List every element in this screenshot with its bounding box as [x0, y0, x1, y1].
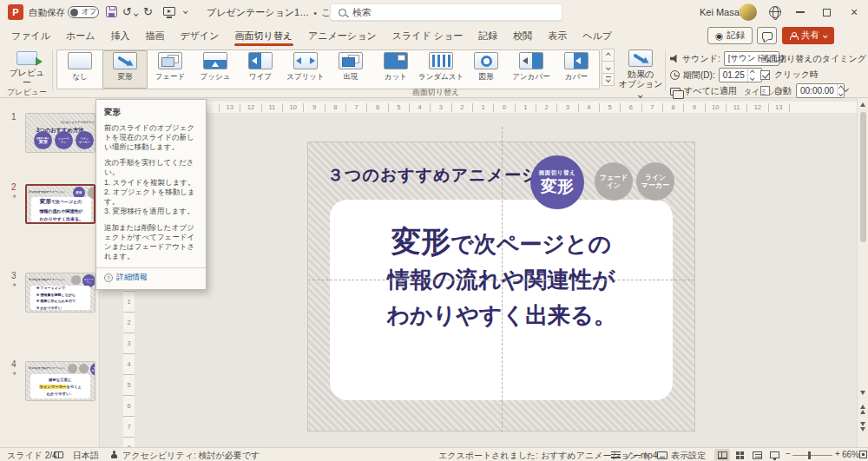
slide-thumbnail-4[interactable]: 3つのおすすめアニメーション ライン マーカー 重要な言葉に ラインマーカーを引…: [25, 361, 95, 401]
ribbon-tab[interactable]: ヘルプ: [575, 24, 620, 47]
fadein-badge-circle[interactable]: フェード イン: [595, 162, 633, 201]
transition-item[interactable]: カット: [373, 50, 418, 89]
transition-item[interactable]: スプリット: [283, 50, 328, 89]
transition-star-icon: ★: [12, 281, 16, 287]
quick-access-more-icon[interactable]: [183, 9, 187, 13]
ribbon-tab[interactable]: スライド ショー: [385, 24, 471, 47]
ribbon-tab[interactable]: 表示: [540, 24, 575, 47]
effect-options-button[interactable]: 効果の オプション: [618, 49, 663, 98]
ribbon-tab[interactable]: 校閲: [505, 24, 540, 47]
slide-sorter-view-button[interactable]: [732, 449, 747, 461]
slide-thumbnail-3[interactable]: 3つのおすすめアニメーション フェード イン ❶ フェードインで❷ 情報量を調整…: [25, 273, 95, 313]
transition-icon: [339, 52, 363, 69]
timing-group-label: タイミング: [733, 87, 794, 98]
search-box[interactable]: [330, 3, 562, 21]
apply-all-button[interactable]: すべてに適用: [670, 85, 737, 97]
thumb-card: 重要な言葉に ラインマーカーを引くと わかりやすい。: [30, 374, 90, 398]
transition-item[interactable]: ワイプ: [238, 50, 283, 89]
transition-item[interactable]: アンカバー: [509, 50, 554, 89]
transition-item[interactable]: 変形: [102, 50, 148, 89]
transition-item[interactable]: カバー: [554, 50, 599, 89]
ribbon-tab[interactable]: 描画: [138, 24, 173, 47]
accessibility-status[interactable]: アクセシビリティ: 検討が必要です: [122, 450, 260, 461]
user-avatar[interactable]: [740, 3, 757, 21]
gallery-scroll-down-button[interactable]: [602, 61, 615, 74]
close-button[interactable]: ×: [842, 0, 866, 24]
transition-icon: [203, 52, 227, 69]
autosave-toggle[interactable]: オフ: [68, 6, 99, 18]
fit-to-window-icon[interactable]: [859, 451, 867, 458]
learn-more-link[interactable]: ? 詳細情報: [104, 273, 198, 283]
present-from-beginning-icon[interactable]: [163, 7, 175, 16]
ribbon-tab[interactable]: アニメーション: [300, 24, 385, 47]
thumb-circle-morph: 画面切り替え 変形: [34, 131, 52, 149]
zoom-slider[interactable]: [792, 455, 832, 456]
ribbon-tab[interactable]: ファイル: [3, 24, 58, 47]
transitions-group-label: 画面切り替え: [408, 87, 464, 98]
slide-thumbnail-2-selected[interactable]: 3つのおすすめアニメーション 変形 変形で次ページとの 情報の流れや関連性が わ…: [25, 184, 95, 224]
zoom-slider-thumb[interactable]: [808, 451, 811, 459]
transition-item[interactable]: 出現: [328, 50, 373, 89]
thumb-card: ❶ フェードインで❷ 情報量を調整しながら❸ 順番に伝えられるので❹ わかりやす…: [30, 286, 90, 310]
scroll-down-icon[interactable]: [860, 391, 865, 395]
morph-badge-circle[interactable]: 画面切り替え 変形: [530, 155, 584, 209]
normal-view-button[interactable]: [714, 449, 730, 461]
preview-button[interactable]: プレビュー: [5, 49, 49, 87]
duration-label: 期間(D):: [683, 69, 715, 82]
notes-icon[interactable]: [611, 451, 621, 459]
ribbon-tab[interactable]: デザイン: [173, 24, 227, 47]
ribbon-tab[interactable]: 記録: [470, 24, 505, 47]
spinner-arrows-icon[interactable]: [837, 84, 844, 97]
scroll-up-icon[interactable]: [860, 102, 865, 107]
thumb-badge-gray: [79, 364, 89, 373]
marker-badge-circle[interactable]: ライン マーカー: [636, 162, 674, 201]
duration-spinner[interactable]: 01.25: [719, 68, 762, 82]
accessibility-icon[interactable]: [110, 451, 118, 459]
transition-item[interactable]: ランダムストラ…: [418, 50, 464, 89]
gallery-scroll-up-button[interactable]: [602, 49, 615, 62]
scrollbar-thumb[interactable]: [860, 112, 866, 242]
transition-item[interactable]: 図形: [464, 50, 509, 89]
zoom-level[interactable]: 66%: [842, 450, 859, 459]
zoom-out-button[interactable]: −: [786, 449, 791, 458]
ribbon-tab[interactable]: 挿入: [103, 24, 138, 47]
after-time-spinner[interactable]: 00:00.00: [796, 83, 845, 98]
slide-thumbnail-1[interactable]: プレゼンスライドのアニメーション 3つのおすすめ方法 画面切り替え 変形 フェー…: [25, 113, 95, 153]
minimize-button[interactable]: [788, 0, 812, 24]
checkbox-checked-icon[interactable]: [760, 70, 770, 80]
powerpoint-logo-icon: P: [8, 4, 23, 20]
save-icon[interactable]: [106, 6, 117, 17]
preview-icon: [16, 51, 37, 65]
share-button[interactable]: 共有: [782, 27, 834, 44]
reading-view-button[interactable]: [749, 449, 765, 461]
notes-button[interactable]: ノート: [624, 450, 650, 461]
language-indicator[interactable]: 日本語: [73, 450, 99, 461]
horizontal-guide[interactable]: [308, 280, 694, 280]
restore-button[interactable]: [814, 0, 838, 24]
transition-item[interactable]: なし: [57, 50, 102, 89]
on-click-checkbox-row[interactable]: クリック時: [760, 69, 819, 81]
display-settings-button[interactable]: 表示設定: [671, 450, 706, 461]
next-slide-button[interactable]: [860, 422, 865, 431]
display-settings-icon[interactable]: [657, 451, 667, 459]
slideshow-view-button[interactable]: [766, 449, 782, 461]
ribbon-tab[interactable]: 画面切り替え: [227, 24, 301, 47]
ribbon-tab[interactable]: ホーム: [58, 24, 103, 47]
search-input[interactable]: [352, 7, 526, 17]
spellcheck-book-icon[interactable]: [54, 451, 63, 458]
zoom-in-button[interactable]: +: [835, 449, 840, 458]
gallery-more-button[interactable]: [602, 73, 615, 86]
transition-item[interactable]: プッシュ: [193, 50, 238, 89]
slide-indicator[interactable]: スライド 2/4: [7, 450, 57, 461]
transition-item[interactable]: フェード: [148, 50, 193, 89]
spinner-arrows-icon[interactable]: [747, 69, 757, 82]
comments-button[interactable]: [757, 27, 777, 44]
presence-globe-icon[interactable]: [769, 6, 781, 18]
record-button[interactable]: ◉ 記録: [707, 27, 753, 44]
undo-button[interactable]: ↺: [122, 5, 132, 18]
redo-button[interactable]: ↻: [143, 5, 153, 18]
previous-slide-button[interactable]: [860, 405, 865, 414]
undo-chevron-icon[interactable]: [134, 11, 138, 16]
reading-view-icon: [753, 451, 762, 459]
canvas-scrollbar[interactable]: [857, 98, 868, 447]
